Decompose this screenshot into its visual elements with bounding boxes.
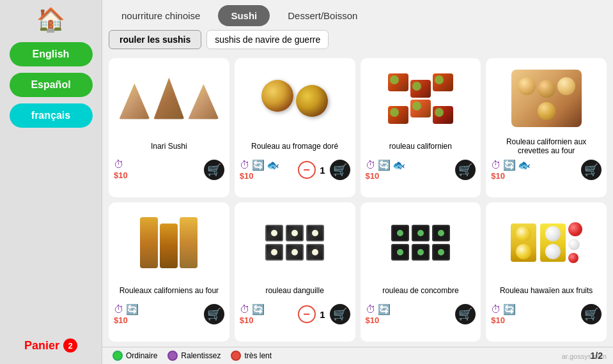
- product-image-eel: [240, 208, 350, 278]
- home-icon[interactable]: 🏠: [36, 6, 65, 33]
- spicy-icon-cucumber: ⏱: [366, 304, 376, 315]
- inari-piece-3: [188, 84, 219, 119]
- seafood-icon-baked: 🔄: [126, 303, 139, 315]
- roll-img-1: [261, 80, 293, 112]
- price-cali: $10: [366, 171, 380, 181]
- product-name-cali: rouleau californien: [389, 136, 452, 156]
- cali-piece-1: [388, 73, 408, 91]
- cali-piece-6: [433, 106, 453, 124]
- legend-dot-purple: [167, 351, 178, 361]
- berry-ball-2: [568, 253, 578, 263]
- cali-piece-4: [388, 106, 408, 124]
- product-card-eel: rouleau danguille ⏱ 🔄 $10 − 1 🛒: [235, 202, 355, 342]
- price-inari: $10: [114, 171, 128, 180]
- berry-ball-1: [568, 222, 582, 236]
- tab-sushi[interactable]: Sushi: [218, 5, 270, 26]
- product-image-cucumber: [366, 208, 476, 278]
- legend-very-slow-label: très lent: [244, 351, 272, 360]
- qty-num-eel: 1: [318, 309, 327, 320]
- product-image-shrimp: [491, 63, 601, 133]
- qty-num-gold: 1: [318, 165, 327, 176]
- bottom-bar: Ordinaire Ralentissez très lent 1/2: [102, 347, 613, 364]
- sidebar: 🏠 English Español français Panier 2: [0, 0, 102, 364]
- qty-minus-eel[interactable]: −: [298, 305, 316, 323]
- submenu-navire[interactable]: sushis de navire de guerre: [206, 30, 329, 49]
- product-name-inari: Inari Sushi: [151, 136, 187, 156]
- spicy-icon-inari: ⏱: [114, 159, 124, 171]
- legend-dot-red: [231, 351, 241, 361]
- spicy-icon-gold: ⏱: [240, 160, 250, 171]
- spicy-icon-shrimp: ⏱: [491, 160, 501, 171]
- product-footer-shrimp: ⏱ 🔄 🐟 $10 🛒: [491, 159, 601, 181]
- cali-piece-3: [433, 73, 453, 91]
- roll-img-2: [296, 85, 328, 117]
- cali-piece-5: [410, 100, 431, 118]
- add-cart-cucumber[interactable]: 🛒: [455, 304, 476, 324]
- price-gold: $10: [240, 171, 254, 181]
- tab-dessert[interactable]: Dessert/Boisson: [275, 5, 370, 26]
- price-shrimp: $10: [491, 171, 505, 181]
- lang-english-button[interactable]: English: [10, 42, 93, 66]
- add-cart-hawaii[interactable]: 🛒: [581, 304, 601, 324]
- cali-piece-2: [410, 80, 431, 98]
- seafood-icon-cucumber: 🔄: [378, 303, 391, 315]
- nut-icon-gold: 🐟: [267, 159, 279, 171]
- seafood-icon-gold: 🔄: [252, 159, 265, 171]
- product-image-gold: [240, 63, 350, 133]
- product-image-baked: [114, 208, 224, 278]
- product-image-hawaii: [491, 208, 601, 278]
- product-card-hawaii: Rouleau hawaïen aux fruits ⏱ 🔄 $10 🛒: [486, 202, 607, 342]
- lang-espanol-button[interactable]: Español: [10, 73, 93, 97]
- add-cart-cali[interactable]: 🛒: [455, 160, 476, 180]
- hawaii-roll-img: [511, 222, 582, 263]
- add-cart-baked[interactable]: 🛒: [204, 304, 224, 324]
- product-name-baked: Rouleaux californiens au four: [120, 280, 219, 301]
- inari-piece-1: [119, 84, 150, 119]
- product-footer-gold: ⏱ 🔄 🐟 $10 − 1 🛒: [240, 159, 350, 181]
- tab-chinese[interactable]: nourriture chinoise: [109, 5, 213, 26]
- product-name-shrimp: Rouleau californien aux crevettes au fou…: [491, 136, 601, 156]
- price-baked: $10: [114, 315, 128, 325]
- spicy-icon-eel: ⏱: [240, 304, 250, 315]
- legend-ordinary-label: Ordinaire: [126, 351, 157, 360]
- lang-francais-button[interactable]: français: [10, 103, 93, 128]
- cart-section[interactable]: Panier 2: [5, 333, 97, 358]
- product-card-baked: Rouleaux californiens au four ⏱ 🔄 $10 🛒: [109, 202, 229, 342]
- add-cart-gold[interactable]: 🛒: [330, 160, 350, 180]
- product-card-cucumber: rouleau de concombre ⏱ 🔄 $10 🛒: [361, 202, 481, 342]
- product-card-inari: Inari Sushi ⏱ $10 🛒: [109, 58, 229, 197]
- product-name-hawaii: Rouleau hawaïen aux fruits: [500, 280, 593, 301]
- add-cart-eel[interactable]: 🛒: [330, 304, 350, 324]
- main-content: nourriture chinoise Sushi Dessert/Boisso…: [102, 0, 613, 364]
- seafood-icon-eel: 🔄: [252, 303, 265, 315]
- watermark: ar.gossys.com: [562, 353, 607, 360]
- mango-slice-2: [540, 224, 566, 262]
- legend-ordinary: Ordinaire: [113, 351, 157, 361]
- cucumber-rolls-img: [391, 225, 450, 261]
- product-footer-inari: ⏱ $10 🛒: [114, 159, 224, 180]
- product-grid: Inari Sushi ⏱ $10 🛒: [102, 53, 613, 347]
- add-cart-shrimp[interactable]: 🛒: [581, 160, 601, 180]
- nut-icon-shrimp: 🐟: [518, 159, 531, 171]
- legend-dot-green: [113, 351, 123, 361]
- product-footer-baked: ⏱ 🔄 $10 🛒: [114, 303, 224, 325]
- product-name-eel: rouleau danguille: [265, 280, 323, 301]
- app-container: 🏠 English Español français Panier 2 nour…: [0, 0, 613, 364]
- cart-badge: 2: [63, 338, 77, 353]
- seafood-icon-hawaii: 🔄: [503, 303, 516, 315]
- product-footer-hawaii: ⏱ 🔄 $10 🛒: [491, 303, 601, 325]
- white-ball-1: [568, 239, 580, 250]
- qty-minus-gold[interactable]: −: [298, 161, 316, 179]
- baked-rolls-img: [140, 217, 198, 268]
- seafood-icon-shrimp: 🔄: [503, 159, 516, 171]
- add-cart-inari[interactable]: 🛒: [204, 160, 224, 180]
- price-eel: $10: [240, 315, 254, 325]
- cart-label[interactable]: Panier: [24, 339, 59, 353]
- nut-icon-cali: 🐟: [392, 159, 405, 171]
- spicy-icon-cali: ⏱: [366, 160, 376, 171]
- legend-slow: Ralentissez: [167, 351, 221, 361]
- spicy-icon-baked: ⏱: [114, 304, 124, 315]
- seafood-icon-cali: 🔄: [378, 159, 391, 171]
- legend-very-slow: très lent: [231, 351, 272, 361]
- submenu-rouler[interactable]: rouler les sushis: [109, 30, 201, 49]
